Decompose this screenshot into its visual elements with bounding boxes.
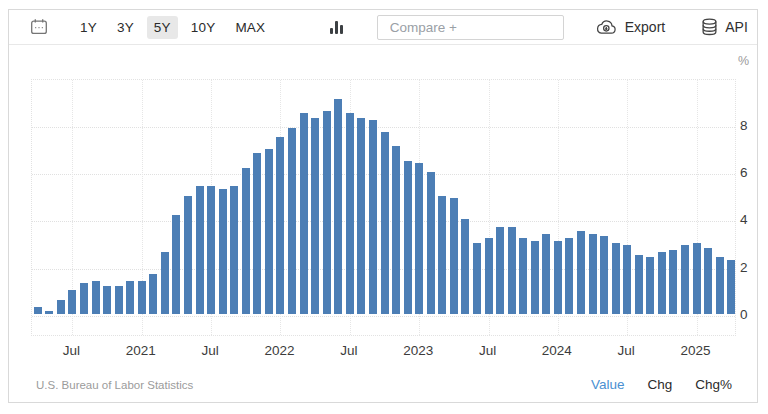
x-tick-label: Jul: [201, 343, 218, 358]
cloud-download-icon: [595, 19, 618, 36]
bar[interactable]: [693, 243, 701, 314]
bar[interactable]: [658, 252, 666, 313]
bar[interactable]: [681, 245, 689, 313]
chart-card: 1Y 3Y 5Y 10Y MAX Export: [8, 9, 758, 403]
api-button[interactable]: API: [701, 18, 748, 36]
bar[interactable]: [288, 128, 296, 314]
bar[interactable]: [357, 118, 365, 314]
export-button[interactable]: Export: [595, 19, 665, 36]
footer: U.S. Bureau of Labor Statistics Value Ch…: [9, 377, 757, 392]
bar[interactable]: [161, 252, 169, 313]
x-tick-label: Jul: [340, 343, 357, 358]
bar[interactable]: [149, 274, 157, 314]
bar[interactable]: [554, 241, 562, 314]
bar-chart-icon: [330, 20, 343, 34]
data-source-label: U.S. Bureau of Labor Statistics: [36, 379, 193, 391]
bar[interactable]: [415, 163, 423, 314]
calendar-icon: [30, 18, 48, 36]
bar[interactable]: [242, 168, 250, 314]
y-tick-label: 0: [740, 308, 762, 322]
bar[interactable]: [230, 186, 238, 313]
bar[interactable]: [115, 286, 123, 314]
bar[interactable]: [716, 257, 724, 314]
bar[interactable]: [253, 153, 261, 313]
bar[interactable]: [45, 311, 53, 313]
bar[interactable]: [346, 113, 354, 313]
toolbar: 1Y 3Y 5Y 10Y MAX Export: [9, 10, 757, 45]
range-selector: 1Y 3Y 5Y 10Y MAX: [73, 16, 272, 39]
bar[interactable]: [473, 243, 481, 314]
bar[interactable]: [381, 132, 389, 314]
bar[interactable]: [589, 234, 597, 314]
bar[interactable]: [635, 255, 643, 314]
bar[interactable]: [496, 227, 504, 314]
x-tick-label: 2024: [542, 343, 572, 358]
y-tick-label: 8: [740, 119, 762, 133]
compare-input[interactable]: [377, 15, 564, 40]
bar[interactable]: [323, 111, 331, 314]
chg-pct-toggle[interactable]: Chg%: [695, 377, 732, 392]
chart-type-button[interactable]: [330, 20, 343, 34]
bar[interactable]: [404, 161, 412, 314]
chg-toggle[interactable]: Chg: [647, 377, 672, 392]
range-button-10y[interactable]: 10Y: [184, 16, 223, 39]
bar[interactable]: [450, 198, 458, 314]
compare-wrap: [377, 15, 564, 40]
bar[interactable]: [219, 189, 227, 314]
calendar-button[interactable]: [30, 18, 48, 36]
bar[interactable]: [669, 250, 677, 314]
bar[interactable]: [508, 227, 516, 314]
bar[interactable]: [485, 238, 493, 313]
range-button-5y[interactable]: 5Y: [147, 16, 178, 39]
bar[interactable]: [438, 196, 446, 314]
range-button-max[interactable]: MAX: [228, 16, 272, 39]
bar[interactable]: [138, 281, 146, 314]
bar[interactable]: [265, 149, 273, 314]
bar[interactable]: [369, 120, 377, 313]
api-label: API: [725, 19, 748, 35]
bar[interactable]: [34, 307, 42, 314]
bar[interactable]: [103, 286, 111, 314]
y-axis-unit-label: %: [738, 54, 749, 68]
bar[interactable]: [542, 234, 550, 314]
bar[interactable]: [704, 248, 712, 314]
bar[interactable]: [126, 281, 134, 314]
bar[interactable]: [727, 260, 735, 314]
bar[interactable]: [207, 186, 215, 313]
bar[interactable]: [600, 236, 608, 314]
bar[interactable]: [276, 137, 284, 314]
bar[interactable]: [519, 238, 527, 313]
bar[interactable]: [612, 243, 620, 314]
value-toggle[interactable]: Value: [591, 377, 625, 392]
bar[interactable]: [577, 231, 585, 314]
bar[interactable]: [334, 99, 342, 314]
database-icon: [701, 18, 718, 36]
y-tick-label: 6: [740, 166, 762, 180]
bar[interactable]: [57, 300, 65, 314]
bar[interactable]: [392, 146, 400, 313]
range-button-1y[interactable]: 1Y: [73, 16, 104, 39]
bar[interactable]: [300, 113, 308, 313]
bar[interactable]: [427, 172, 435, 313]
bar[interactable]: [311, 118, 319, 314]
bar[interactable]: [196, 186, 204, 313]
bar[interactable]: [531, 241, 539, 314]
bar[interactable]: [68, 290, 76, 314]
bar[interactable]: [184, 196, 192, 314]
bar[interactable]: [172, 215, 180, 314]
range-button-3y[interactable]: 3Y: [110, 16, 141, 39]
bar[interactable]: [565, 238, 573, 313]
x-tick-label: Jul: [618, 343, 635, 358]
bar[interactable]: [646, 257, 654, 314]
footer-links: Value Chg Chg%: [591, 377, 732, 392]
x-tick-label: 2025: [681, 343, 711, 358]
bar[interactable]: [461, 219, 469, 313]
x-tick-label: Jul: [63, 343, 80, 358]
y-tick-label: 2: [740, 261, 762, 275]
bar[interactable]: [92, 281, 100, 314]
bar[interactable]: [623, 245, 631, 313]
h-gridline: [32, 127, 735, 128]
x-tick-label: Jul: [479, 343, 496, 358]
bar[interactable]: [80, 283, 88, 314]
y-tick-label: 4: [740, 213, 762, 227]
